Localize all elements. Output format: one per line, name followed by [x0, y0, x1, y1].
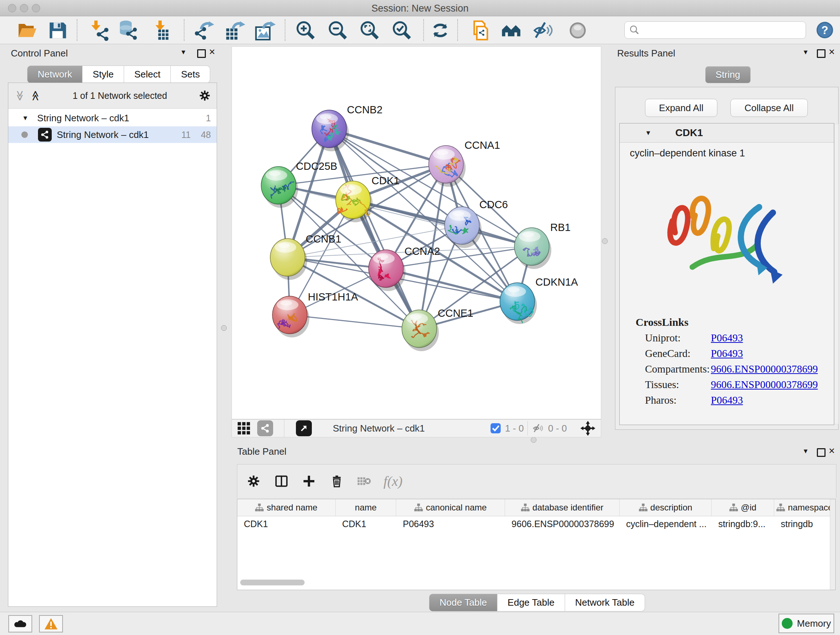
export-table-icon[interactable]: [224, 20, 245, 41]
table-header-row[interactable]: shared namenamecanonical namedatabase id…: [237, 499, 835, 516]
birdseye-view-icon[interactable]: [296, 420, 312, 436]
node-section-header[interactable]: ▼ CDK1: [620, 124, 834, 143]
crosslink-link[interactable]: 9606.ENSP00000378699: [711, 363, 818, 375]
results-panel-title: Results Panel: [617, 48, 675, 59]
tab-style[interactable]: Style: [82, 65, 124, 83]
import-network-file-icon[interactable]: [90, 20, 111, 41]
apply-layout-icon[interactable]: [430, 20, 451, 41]
table-cell[interactable]: 9606.ENSP00000378699: [505, 516, 620, 532]
crosslink-link[interactable]: 9606.ENSP00000378699: [711, 379, 818, 391]
crosslink-link[interactable]: P06493: [711, 348, 743, 359]
cloud-button[interactable]: [8, 615, 32, 632]
network-node-CCNE1[interactable]: CCNE1: [402, 307, 473, 351]
expand-all-button[interactable]: Expand All: [645, 99, 717, 117]
column-header-namespace[interactable]: namespace: [774, 499, 835, 516]
network-node-CCNB2[interactable]: CCNB2: [312, 104, 382, 151]
table-panel-menu-icon[interactable]: ▼: [802, 448, 809, 455]
tab-string[interactable]: String: [706, 66, 751, 83]
control-panel-float-icon[interactable]: [197, 49, 206, 58]
table-vertical-scrollbar[interactable]: [830, 499, 835, 590]
network-node-CCNA1[interactable]: CCNA1: [429, 139, 500, 187]
search-input[interactable]: [624, 21, 806, 39]
zoom-selected-icon[interactable]: [392, 20, 412, 41]
export-network-icon[interactable]: [193, 20, 214, 41]
table-cell[interactable]: cyclin–dependent ...: [620, 516, 712, 532]
tab-edge-table[interactable]: Edge Table: [497, 594, 565, 611]
save-session-icon[interactable]: [47, 20, 68, 41]
network-share-icon[interactable]: [257, 420, 273, 436]
tab-network[interactable]: Network: [27, 65, 82, 83]
collapse-all-button[interactable]: Collapse All: [730, 99, 808, 117]
collapse-triangle-icon[interactable]: ▼: [22, 114, 28, 122]
hide-panels-icon[interactable]: [532, 20, 554, 41]
column-header-shared-name[interactable]: shared name: [237, 499, 336, 516]
table-options-gear-icon[interactable]: [247, 474, 261, 488]
vertical-splitter-handle[interactable]: [221, 325, 227, 331]
zoom-fit-icon[interactable]: [359, 20, 380, 41]
results-panel-close-icon[interactable]: ✕: [829, 48, 835, 57]
column-header-name[interactable]: name: [336, 499, 396, 516]
table-panel-close-icon[interactable]: ✕: [829, 447, 835, 456]
network-collection-row[interactable]: ▼ String Network – cdk1 1: [8, 110, 217, 126]
control-panel-menu-icon[interactable]: ▼: [180, 49, 187, 56]
add-column-icon[interactable]: [302, 474, 316, 488]
network-node-CDKN1A[interactable]: CDKN1A: [500, 276, 578, 324]
grid-view-icon[interactable]: [236, 421, 251, 436]
expand-all-networks-icon[interactable]: ≫: [14, 90, 26, 101]
network-canvas[interactable]: CCNB2CCNA1CDC25BCDK1CDC6RB1CCNB1CCNA2CDK…: [232, 46, 601, 419]
network-node-CCNB1[interactable]: CCNB1: [270, 233, 341, 280]
tab-network-table[interactable]: Network Table: [565, 594, 645, 611]
network-node-RB1[interactable]: RB1: [515, 222, 570, 269]
network-node-HIST1H1A[interactable]: HIST1H1A: [272, 291, 358, 337]
results-scrollbar[interactable]: [834, 124, 838, 424]
show-networks-icon[interactable]: [501, 20, 522, 41]
column-header-database-identifier[interactable]: database identifier: [505, 499, 620, 516]
horizontal-splitter-handle[interactable]: [531, 437, 537, 443]
column-header--id[interactable]: @id: [712, 499, 774, 516]
table-cell[interactable]: stringdb:9...: [712, 516, 774, 532]
selected-checkbox-icon[interactable]: [490, 423, 501, 434]
crosslink-link[interactable]: P06493: [711, 394, 743, 406]
network-row[interactable]: String Network – cdk1 11 48: [8, 126, 217, 143]
help-icon[interactable]: ?: [815, 21, 834, 40]
results-panel-float-icon[interactable]: [817, 49, 826, 58]
zoom-in-icon[interactable]: [295, 20, 316, 41]
cloud-icon: [13, 619, 27, 629]
crosshair-pan-icon[interactable]: [580, 420, 596, 436]
network-node-CDK1[interactable]: CDK1: [336, 175, 399, 222]
column-header-canonical-name[interactable]: canonical name: [396, 499, 505, 516]
network-graph[interactable]: CCNB2CCNA1CDC25BCDK1CDC6RB1CCNB1CCNA2CDK…: [232, 47, 601, 419]
collapse-triangle-icon[interactable]: ▼: [645, 129, 652, 137]
results-panel-menu-icon[interactable]: ▼: [802, 49, 809, 56]
open-session-icon[interactable]: [17, 20, 38, 41]
zoom-out-icon[interactable]: [327, 20, 348, 41]
crosslink-link[interactable]: P06493: [711, 332, 743, 344]
column-header-description[interactable]: description: [620, 499, 712, 516]
tab-sets[interactable]: Sets: [171, 65, 210, 83]
export-image-icon[interactable]: [255, 20, 276, 41]
table-row[interactable]: CDK1CDK1P064939606.ENSP00000378699cyclin…: [237, 516, 835, 532]
delete-column-icon[interactable]: [330, 474, 344, 488]
crosslink-row: Tissues:9606.ENSP00000378699: [645, 379, 834, 391]
network-label: String Network – cdk1: [57, 129, 149, 141]
table-cell[interactable]: CDK1: [237, 516, 336, 532]
table-panel-float-icon[interactable]: [817, 448, 826, 457]
table-cell[interactable]: P06493: [396, 516, 505, 532]
memory-button[interactable]: Memory: [778, 614, 834, 633]
clone-network-icon[interactable]: [470, 20, 491, 41]
network-options-gear-icon[interactable]: [199, 89, 211, 102]
tab-node-table[interactable]: Node Table: [429, 594, 497, 611]
import-network-database-icon[interactable]: [118, 20, 139, 41]
import-table-file-icon[interactable]: [151, 20, 172, 41]
tab-select[interactable]: Select: [124, 65, 171, 83]
table-cell[interactable]: CDK1: [336, 516, 396, 532]
crosslink-row: Pharos:P06493: [645, 394, 834, 406]
table-cell[interactable]: stringdb: [774, 516, 835, 532]
vertical-splitter-handle[interactable]: [602, 238, 608, 244]
control-panel-close-icon[interactable]: ✕: [209, 48, 215, 57]
show-columns-icon[interactable]: [274, 474, 289, 488]
table-horizontal-scrollbar[interactable]: [240, 580, 305, 585]
network-node-CDC6[interactable]: CDC6: [445, 199, 508, 248]
warnings-button[interactable]: [39, 615, 63, 632]
collapse-all-networks-icon[interactable]: ≪: [30, 90, 42, 101]
